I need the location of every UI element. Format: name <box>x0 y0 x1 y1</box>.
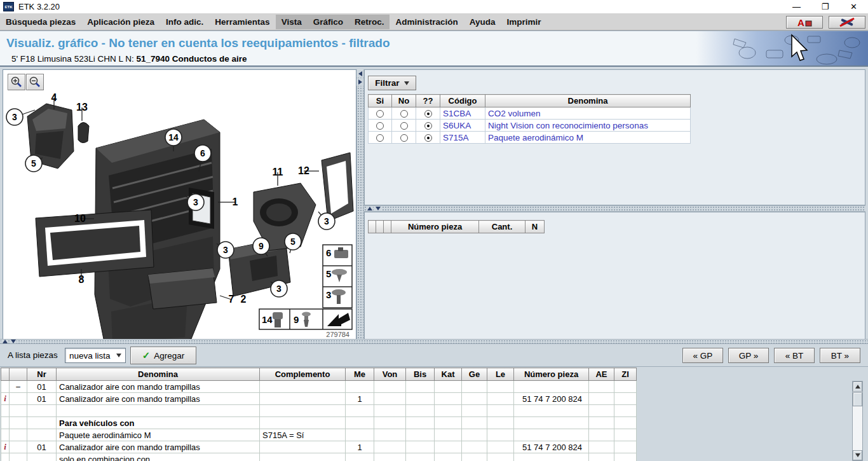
option-code[interactable]: S1CBA <box>440 107 485 120</box>
hide-tools-button[interactable] <box>829 16 865 29</box>
parts-column-header[interactable]: Complemento <box>260 368 346 381</box>
filter-column-header[interactable]: Código <box>440 95 485 107</box>
callout-number-3[interactable]: 3 <box>324 216 329 226</box>
nav-button-gp[interactable]: « GP <box>682 348 723 363</box>
callout-number-12[interactable]: 12 <box>298 165 309 176</box>
callout-number-3[interactable]: 3 <box>193 197 198 207</box>
parts-column-header[interactable]: Bis <box>406 368 435 381</box>
parts-column-header[interactable]: Nr <box>27 368 57 381</box>
menu-item-administraci-n[interactable]: Administración <box>390 15 463 29</box>
selection-column-header[interactable]: Cant. <box>479 221 526 233</box>
callout-number-10[interactable]: 10 <box>74 213 86 224</box>
option-code[interactable]: S6UKA <box>440 120 485 132</box>
parts-row[interactable]: Para vehículos con <box>1 417 637 429</box>
collapse-down-button[interactable] <box>374 206 381 211</box>
menu-item-gr-fico[interactable]: Gráfico <box>308 15 349 29</box>
parts-row[interactable]: Paquete aerodinámico MS715A = Sí <box>1 429 637 441</box>
callout-number-13[interactable]: 13 <box>76 102 88 113</box>
parts-column-header[interactable]: AE <box>589 368 614 381</box>
callout-number-4[interactable]: 4 <box>51 92 57 103</box>
filter-button[interactable]: Filtrar <box>368 76 416 90</box>
nav-button-bt[interactable]: BT » <box>820 348 860 363</box>
callout-number-3[interactable]: 3 <box>276 284 281 294</box>
callout-number-5[interactable]: 5 <box>31 158 36 169</box>
menu-item-vista[interactable]: Vista <box>276 15 308 29</box>
option-name[interactable]: Paquete aerodinámico M <box>485 132 691 144</box>
menu-item-b-squeda-piezas[interactable]: Búsqueda piezas <box>0 15 81 29</box>
parts-table-scrollbar[interactable] <box>852 381 863 461</box>
callout-number-9[interactable]: 9 <box>259 241 264 251</box>
vertical-splitter[interactable] <box>356 69 364 340</box>
list-select[interactable]: nueva lista <box>65 348 126 363</box>
collapse-up-button[interactable] <box>1 340 8 343</box>
restore-button[interactable]: ❐ <box>811 0 839 14</box>
callout-number-8[interactable]: 8 <box>79 274 85 285</box>
bottom-splitter[interactable] <box>0 339 868 344</box>
parts-column-header[interactable]: Me <box>346 368 374 381</box>
parts-row[interactable]: i 01Canalizador aire con mando trampilla… <box>1 393 637 405</box>
nav-button-gp[interactable]: GP » <box>728 348 769 363</box>
no-radio[interactable] <box>400 110 408 118</box>
scroll-down-button[interactable] <box>853 450 862 460</box>
no-radio[interactable] <box>400 134 408 142</box>
filter-column-header[interactable]: Denomina <box>485 95 691 107</box>
minimize-button[interactable]: — <box>782 0 811 14</box>
callout-number-3[interactable]: 3 <box>223 245 228 255</box>
parts-column-header[interactable]: Kat <box>435 368 462 381</box>
callout-number-5[interactable]: 5 <box>290 237 295 247</box>
menu-item-retroc-[interactable]: Retroc. <box>349 15 390 29</box>
parts-row[interactable]: i 01Canalizador aire con mando trampilla… <box>1 441 637 453</box>
parts-column-header[interactable]: Ge <box>462 368 487 381</box>
callout-number-7[interactable]: 7 <box>229 294 234 305</box>
callout-number-3[interactable]: 3 <box>12 112 17 122</box>
menu-item-herramientas[interactable]: Herramientas <box>209 15 275 29</box>
selection-column-header[interactable]: Número pieza <box>391 221 479 233</box>
menu-item-ayuda[interactable]: Ayuda <box>464 15 501 29</box>
parts-row[interactable]: solo en combinacion con <box>1 453 637 461</box>
callout-number-2[interactable]: 2 <box>241 294 247 305</box>
collapse-right-button[interactable] <box>356 78 363 86</box>
nav-button-bt[interactable]: « BT <box>774 348 815 363</box>
parts-row[interactable]: −01Canalizador aire con mando trampillas <box>1 381 637 393</box>
collapse-left-button[interactable] <box>356 70 363 78</box>
callout-number-6[interactable]: 6 <box>200 148 205 158</box>
parts-column-header[interactable]: ZI <box>614 368 637 381</box>
menu-item-info-adic-[interactable]: Info adic. <box>160 15 209 29</box>
option-name[interactable]: Night Vision con reconocimiento personas <box>485 120 691 132</box>
option-code[interactable]: S715A <box>440 132 485 144</box>
scrollbar-thumb[interactable] <box>853 392 862 406</box>
right-panel-splitter[interactable] <box>364 205 865 212</box>
parts-column-header[interactable]: Número pieza <box>514 368 589 381</box>
parts-diagram[interactable]: 653 149 279784 341351461112311033958372 <box>3 70 356 340</box>
scroll-up-button[interactable] <box>853 382 862 392</box>
collapse-down-button[interactable] <box>10 340 17 343</box>
option-name[interactable]: CO2 volumen <box>485 107 691 120</box>
close-button[interactable]: ✕ <box>839 0 868 14</box>
filter-column-header[interactable]: No <box>392 95 416 107</box>
unknown-radio[interactable] <box>424 122 432 130</box>
selection-column-header[interactable] <box>376 221 384 233</box>
filter-column-header[interactable]: Si <box>369 95 392 107</box>
parts-column-header[interactable] <box>10 368 27 381</box>
callout-number-1[interactable]: 1 <box>233 196 238 207</box>
si-radio[interactable] <box>376 134 384 142</box>
callout-number-14[interactable]: 14 <box>168 132 179 142</box>
collapse-up-button[interactable] <box>366 206 373 211</box>
si-radio[interactable] <box>376 110 384 118</box>
no-radio[interactable] <box>400 122 408 130</box>
parts-column-header[interactable]: Von <box>374 368 406 381</box>
add-button[interactable]: ✓ Agregar <box>130 347 196 364</box>
parts-column-header[interactable]: Denomina <box>57 368 260 381</box>
parts-column-header[interactable] <box>1 368 10 381</box>
parts-row[interactable] <box>1 405 637 417</box>
callout-number-11[interactable]: 11 <box>273 167 283 177</box>
unknown-radio[interactable] <box>424 134 432 142</box>
menu-item-aplicaci-n-pieza[interactable]: Aplicación pieza <box>81 15 160 29</box>
selection-column-header[interactable]: N <box>526 221 545 233</box>
unknown-radio[interactable] <box>424 110 432 118</box>
font-size-button[interactable]: A <box>786 16 823 29</box>
selection-column-header[interactable] <box>384 221 391 233</box>
filter-column-header[interactable]: ?? <box>416 95 440 107</box>
si-radio[interactable] <box>376 122 384 130</box>
selection-column-header[interactable] <box>369 221 376 233</box>
